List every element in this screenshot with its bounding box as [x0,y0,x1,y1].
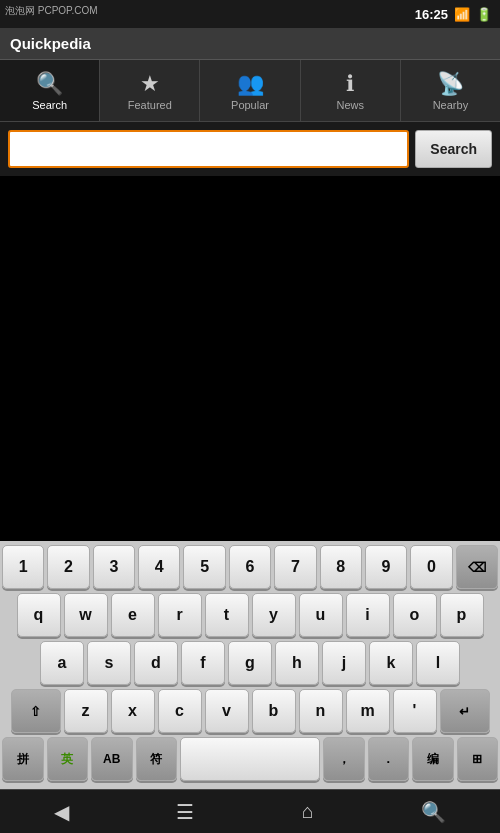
featured-tab-icon: ★ [140,71,160,97]
nav-back-button[interactable]: ◀ [34,792,89,832]
search-input[interactable] [8,130,409,168]
app-title: Quickpedia [10,35,91,52]
key-u[interactable]: u [299,593,343,637]
key-v[interactable]: v [205,689,249,733]
key-a[interactable]: a [40,641,84,685]
key-x[interactable]: x [111,689,155,733]
key-q[interactable]: q [17,593,61,637]
nearby-tab-icon: 📡 [437,71,464,97]
key-l[interactable]: l [416,641,460,685]
kb-row-asdf: a s d f g h j k l [2,641,498,685]
key-9[interactable]: 9 [365,545,407,589]
status-bar: 泡泡网 PCPOP.COM 16:25 📶 🔋 [0,0,500,28]
tab-news[interactable]: ℹ News [301,60,401,121]
key-c[interactable]: c [158,689,202,733]
kb-row-qwerty: q w e r t y u i o p [2,593,498,637]
kb-row-zxcv: ⇧ z x c v b n m ' ↵ [2,689,498,733]
kb-row-bottom: 拼 英 AB 符 ， ． 编 ⊞ [2,737,498,781]
key-g[interactable]: g [228,641,272,685]
app-header: Quickpedia [0,28,500,60]
bottom-nav: ◀ ☰ ⌂ 🔍 [0,789,500,833]
tab-search-label: Search [32,99,67,111]
watermark: 泡泡网 PCPOP.COM [0,2,103,20]
key-comma[interactable]: ， [323,737,365,781]
key-j[interactable]: j [322,641,366,685]
tab-nearby[interactable]: 📡 Nearby [401,60,500,121]
tab-featured-label: Featured [128,99,172,111]
key-symbol[interactable]: 符 [136,737,178,781]
key-z[interactable]: z [64,689,108,733]
key-f[interactable]: f [181,641,225,685]
time: 16:25 [415,7,448,22]
key-y[interactable]: y [252,593,296,637]
key-d[interactable]: d [134,641,178,685]
key-ab[interactable]: AB [91,737,133,781]
key-space[interactable] [180,737,320,781]
key-8[interactable]: 8 [320,545,362,589]
key-m[interactable]: m [346,689,390,733]
key-w[interactable]: w [64,593,108,637]
key-1[interactable]: 1 [2,545,44,589]
key-grid[interactable]: ⊞ [457,737,499,781]
nav-search-button[interactable]: 🔍 [401,792,466,832]
key-h[interactable]: h [275,641,319,685]
key-t[interactable]: t [205,593,249,637]
key-backspace[interactable]: ⌫ [456,545,498,589]
key-3[interactable]: 3 [93,545,135,589]
popular-tab-icon: 👥 [237,71,264,97]
tab-featured[interactable]: ★ Featured [100,60,200,121]
key-enter[interactable]: ↵ [440,689,490,733]
key-period[interactable]: ． [368,737,410,781]
key-o[interactable]: o [393,593,437,637]
tab-nearby-label: Nearby [433,99,468,111]
wifi-icon: 🔋 [476,7,492,22]
key-e[interactable]: e [111,593,155,637]
key-n[interactable]: n [299,689,343,733]
nav-menu-button[interactable]: ☰ [156,792,214,832]
key-k[interactable]: k [369,641,413,685]
tab-popular-label: Popular [231,99,269,111]
key-edit[interactable]: 编 [412,737,454,781]
signal-icon: 📶 [454,7,470,22]
key-english[interactable]: 英 [47,737,89,781]
tab-news-label: News [336,99,364,111]
key-5[interactable]: 5 [183,545,225,589]
key-p[interactable]: p [440,593,484,637]
key-0[interactable]: 0 [410,545,452,589]
news-tab-icon: ℹ [346,71,354,97]
key-b[interactable]: b [252,689,296,733]
key-6[interactable]: 6 [229,545,271,589]
keyboard: 1 2 3 4 5 6 7 8 9 0 ⌫ q w e r t y u i o … [0,541,500,789]
tab-bar: 🔍 Search ★ Featured 👥 Popular ℹ News 📡 N… [0,60,500,122]
key-7[interactable]: 7 [274,545,316,589]
content-area [0,176,500,426]
key-s[interactable]: s [87,641,131,685]
key-apostrophe[interactable]: ' [393,689,437,733]
search-tab-icon: 🔍 [36,71,63,97]
key-4[interactable]: 4 [138,545,180,589]
kb-row-numbers: 1 2 3 4 5 6 7 8 9 0 ⌫ [2,545,498,589]
key-shift[interactable]: ⇧ [11,689,61,733]
key-2[interactable]: 2 [47,545,89,589]
key-r[interactable]: r [158,593,202,637]
tab-popular[interactable]: 👥 Popular [200,60,300,121]
search-bar: Search [0,122,500,176]
tab-search[interactable]: 🔍 Search [0,60,100,121]
key-i[interactable]: i [346,593,390,637]
search-button[interactable]: Search [415,130,492,168]
nav-home-button[interactable]: ⌂ [282,792,334,831]
key-pinyin[interactable]: 拼 [2,737,44,781]
status-right: 16:25 📶 🔋 [415,7,492,22]
